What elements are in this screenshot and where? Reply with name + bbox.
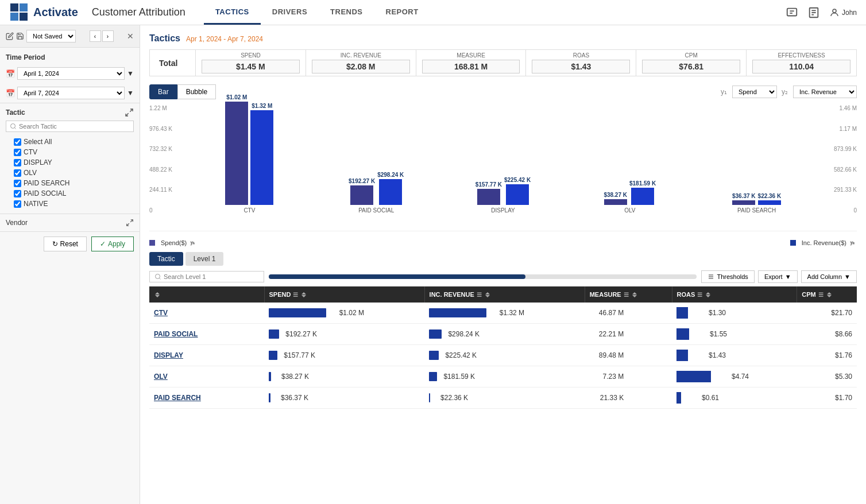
table-row: PAID SEARCH $36.37 K $22.36 K 21.33 K $0…: [149, 387, 857, 409]
add-column-btn[interactable]: Add Column ▼: [801, 270, 857, 283]
tactic-search-input[interactable]: [19, 123, 130, 130]
y-left-label: 0: [149, 207, 184, 214]
bar2: [506, 184, 529, 205]
bar1: [477, 189, 500, 205]
select-all-checkbox[interactable]: [14, 138, 21, 146]
vendor-expand-icon[interactable]: [126, 219, 134, 227]
report-icon[interactable]: [807, 6, 820, 19]
filter-cpm-icon[interactable]: ☰: [818, 292, 824, 298]
bars-container: $1.02 M$1.32 M: [186, 94, 313, 205]
legend-right: Inc. Revenue($) y₂: [790, 239, 857, 246]
row-name[interactable]: DISPLAY: [154, 351, 183, 359]
filter-roas-icon[interactable]: ☰: [697, 292, 702, 298]
legend-spend-text: Spend($): [161, 239, 187, 246]
y2-label: y₂: [782, 87, 791, 97]
row-name[interactable]: CTV: [154, 309, 168, 317]
tactic-checkbox-ctv[interactable]: [14, 149, 21, 156]
date-to-select[interactable]: April 7, 2024: [17, 87, 125, 99]
bar1-wrap: $157.77 K: [475, 181, 502, 205]
export-btn[interactable]: Export ▼: [758, 270, 798, 283]
user-icon: [829, 7, 840, 18]
sort-icons-name[interactable]: [155, 292, 160, 297]
filter-spend-icon[interactable]: ☰: [293, 292, 298, 298]
select-all-label: Select All: [24, 138, 52, 146]
inc-revenue-label: INC. REVENUE: [312, 52, 410, 59]
nav-tab-trends[interactable]: TRENDS: [319, 1, 374, 25]
spend-bar-cell: $36.37 K: [269, 393, 420, 402]
tactic-checkbox-paid search[interactable]: [14, 180, 21, 187]
y-right-label: 291.33 K: [822, 187, 857, 193]
save-icon[interactable]: [16, 32, 24, 40]
row-name[interactable]: OLV: [154, 373, 168, 381]
spend-bar-cell: $38.27 K: [269, 372, 420, 381]
rev-bar-cell: $22.36 K: [429, 393, 580, 402]
sort-icons-roas[interactable]: [706, 292, 710, 297]
nav-tab-report[interactable]: REPORT: [374, 1, 430, 25]
content-header: Tactics Apr 1, 2024 - Apr 7, 2024: [149, 33, 857, 44]
nav-tab-drivers[interactable]: DRIVERS: [261, 1, 319, 25]
y-axis-right: 1.46 M1.17 M873.99 K582.66 K291.33 K0: [822, 105, 857, 214]
add-column-label: Add Column: [807, 273, 842, 280]
filter-measure-icon[interactable]: ☰: [624, 292, 629, 298]
bar2: [631, 188, 654, 205]
apply-button[interactable]: ✓ Apply: [91, 237, 134, 251]
row-roas-cell: $1.43: [672, 345, 797, 366]
sort-icons-measure[interactable]: [632, 292, 637, 297]
edit-icon[interactable]: [6, 32, 14, 40]
tactic-item-display: DISPLAY: [6, 157, 134, 168]
table-tabs: Tactic Level 1: [149, 252, 857, 266]
time-period-label: Time Period: [0, 48, 140, 64]
tactic-checkbox-native[interactable]: [14, 200, 21, 208]
spend-mini-bar: [269, 308, 326, 317]
table-tab-tactic[interactable]: Tactic: [149, 252, 183, 266]
col-roas: ROAS ☰: [672, 286, 797, 303]
col-measure: MEASURE ☰: [585, 286, 672, 303]
sort-icons-cpm[interactable]: [827, 292, 832, 297]
reset-button[interactable]: ↻ Reset: [44, 237, 87, 251]
y2-select[interactable]: Inc. Revenue: [793, 86, 857, 98]
date-from-select[interactable]: April 1, 2024: [17, 67, 125, 80]
table-scroll-bar[interactable]: [269, 274, 697, 279]
svg-rect-4: [787, 8, 797, 15]
scroll-thumb: [269, 274, 525, 279]
threshold-btn[interactable]: Thresholds: [701, 270, 754, 283]
axis-selectors: y₁ Spend y₂ Inc. Revenue: [721, 86, 857, 98]
nav-fwd-btn[interactable]: ›: [102, 30, 114, 42]
y-right-label: 873.99 K: [822, 146, 857, 152]
bar-chart-btn[interactable]: Bar: [149, 84, 177, 99]
row-measure-cell: 46.87 M: [585, 303, 672, 324]
sidebar: Not Saved ‹ › ✕ Time Period 📅 April 1, 2…: [0, 25, 140, 504]
y1-select[interactable]: Spend: [732, 86, 777, 98]
nav-back-btn[interactable]: ‹: [90, 30, 101, 42]
table-tab-level1[interactable]: Level 1: [185, 252, 224, 266]
tactic-checkbox-display[interactable]: [14, 159, 21, 166]
expand-icon[interactable]: [125, 108, 134, 117]
nav-tab-tactics[interactable]: TACTICS: [204, 1, 261, 25]
filter-rev-icon[interactable]: ☰: [477, 292, 482, 298]
export-label: Export: [764, 273, 783, 280]
col-inc-revenue: INC. REVENUE ☰: [424, 286, 585, 303]
row-name[interactable]: PAID SEARCH: [154, 394, 201, 402]
table-search-input[interactable]: [164, 273, 243, 280]
row-roas-cell: $0.61: [672, 387, 797, 409]
vendor-label: Vendor: [6, 219, 28, 227]
sidebar-close-btn[interactable]: ✕: [127, 32, 134, 41]
rev-value: $181.59 K: [440, 373, 475, 381]
stat-spend: SPEND $1.45 M: [196, 50, 306, 76]
tactic-checkbox-olv[interactable]: [14, 169, 21, 177]
sort-icons-rev[interactable]: [485, 292, 490, 297]
bar-group-label: OLV: [624, 207, 635, 214]
reset-label: Reset: [60, 240, 78, 248]
bar-group-display: $157.77 K$225.42 KDISPLAY: [440, 105, 567, 214]
tactic-item-label: NATIVE: [24, 200, 48, 208]
row-name[interactable]: PAID SOCIAL: [154, 330, 198, 338]
tactic-checkbox-paid social[interactable]: [14, 190, 21, 197]
sort-icons-spend[interactable]: [301, 292, 306, 297]
chat-icon[interactable]: [786, 6, 798, 19]
row-roas-cell: $4.74: [672, 366, 797, 387]
user-button[interactable]: John: [829, 7, 857, 18]
saved-select[interactable]: Not Saved: [26, 30, 76, 42]
y-left-label: 732.32 K: [149, 146, 184, 152]
table-row: PAID SOCIAL $192.27 K $298.24 K 22.21 M …: [149, 324, 857, 345]
bar1: [225, 102, 248, 205]
